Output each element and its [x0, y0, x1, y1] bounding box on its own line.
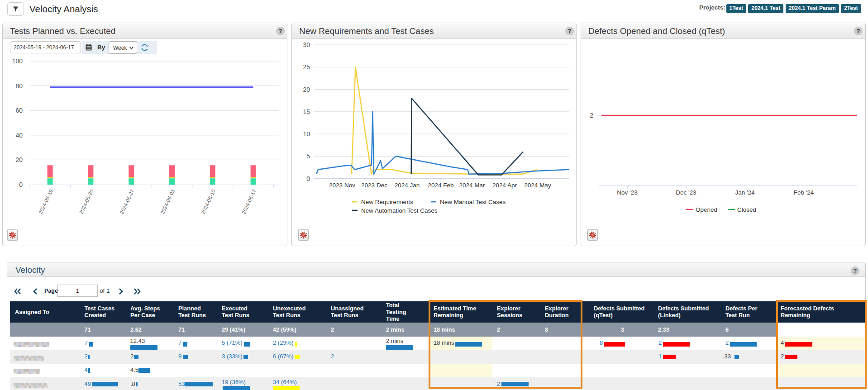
- svg-text:100: 100: [12, 57, 23, 65]
- svg-text:20: 20: [15, 156, 23, 163]
- svg-text:2024 Apr: 2024 Apr: [492, 182, 517, 189]
- svg-text:40: 40: [15, 132, 23, 139]
- svg-text:25: 25: [303, 63, 310, 71]
- svg-text:2024-06-03: 2024-06-03: [160, 189, 176, 215]
- svg-text:Jan '24: Jan '24: [735, 189, 755, 196]
- svg-text:2024-05-20: 2024-05-20: [78, 189, 95, 215]
- svg-text:2024-06-10: 2024-06-10: [200, 189, 216, 215]
- svg-text:60: 60: [15, 107, 23, 114]
- svg-text:2024-05-19: 2024-05-19: [38, 189, 54, 215]
- svg-text:30: 30: [303, 41, 310, 48]
- svg-text:New Manual Test Cases: New Manual Test Cases: [440, 199, 506, 205]
- svg-text:2024-05-27: 2024-05-27: [119, 189, 135, 215]
- svg-text:Opened: Opened: [696, 206, 717, 213]
- svg-text:20: 20: [303, 86, 310, 93]
- svg-text:Dec '23: Dec '23: [676, 189, 696, 196]
- svg-text:2024 Mar: 2024 Mar: [459, 182, 485, 189]
- svg-text:15: 15: [303, 108, 310, 115]
- svg-text:2023 Dec: 2023 Dec: [361, 182, 387, 189]
- svg-text:New Automation Test Cases: New Automation Test Cases: [361, 207, 438, 214]
- svg-text:New Requirements: New Requirements: [361, 199, 413, 205]
- svg-text:2024 Jan: 2024 Jan: [395, 182, 420, 189]
- svg-text:Nov '23: Nov '23: [617, 189, 637, 196]
- svg-text:2023 Nov: 2023 Nov: [329, 182, 355, 189]
- svg-text:5: 5: [306, 152, 310, 160]
- svg-text:2: 2: [590, 112, 593, 119]
- svg-text:0: 0: [19, 181, 23, 188]
- svg-text:2024 Feb: 2024 Feb: [428, 182, 453, 189]
- svg-text:2024-06-17: 2024-06-17: [241, 189, 257, 215]
- svg-text:80: 80: [15, 82, 23, 90]
- svg-text:10: 10: [303, 130, 310, 138]
- svg-text:0: 0: [306, 175, 310, 182]
- svg-text:2024 May: 2024 May: [524, 182, 551, 189]
- svg-text:Feb '24: Feb '24: [794, 189, 814, 196]
- svg-text:Closed: Closed: [737, 206, 756, 213]
